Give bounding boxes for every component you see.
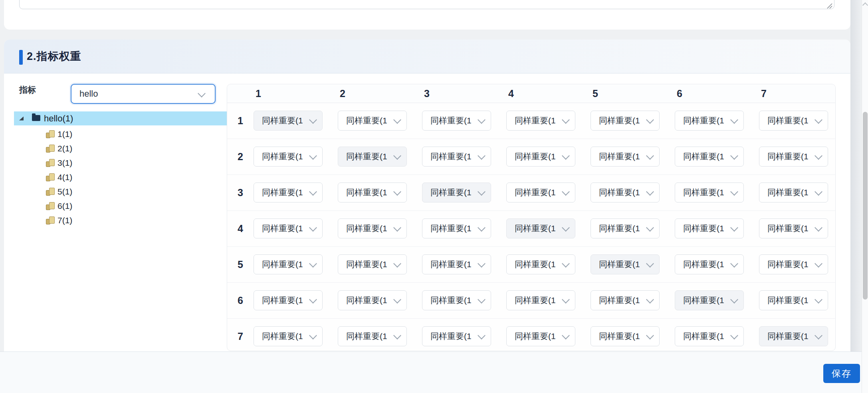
- matrix-cell-dropdown[interactable]: 同样重要(1: [338, 183, 407, 202]
- matrix-row: 6同样重要(1同样重要(1同样重要(1同样重要(1同样重要(1同样重要(1同样重…: [227, 282, 835, 318]
- matrix-cell-dropdown[interactable]: 同样重要(1: [254, 290, 323, 310]
- matrix-cell-value: 同样重要(1: [767, 295, 809, 306]
- matrix-cell-dropdown[interactable]: 同样重要(1: [254, 147, 323, 167]
- matrix-cell-value: 同样重要(1: [599, 151, 640, 162]
- tree-item[interactable]: 4(1): [4, 170, 228, 185]
- matrix-cell-dropdown[interactable]: 同样重要(1: [506, 326, 575, 346]
- matrix-cell-dropdown[interactable]: 同样重要(1: [759, 218, 828, 238]
- matrix-cell-dropdown[interactable]: 同样重要(1: [338, 111, 407, 131]
- tree-item[interactable]: 5(1): [4, 185, 228, 199]
- matrix-cell-dropdown: 同样重要(1: [759, 326, 828, 346]
- matrix-cell-value: 同样重要(1: [515, 295, 556, 306]
- chevron-down-icon: [309, 224, 317, 232]
- matrix-cell-dropdown[interactable]: 同样重要(1: [759, 111, 828, 131]
- matrix-cell-dropdown[interactable]: 同样重要(1: [254, 183, 323, 202]
- matrix-cell-dropdown[interactable]: 同样重要(1: [675, 111, 744, 131]
- save-button[interactable]: 保存: [823, 364, 860, 383]
- chevron-down-icon: [393, 188, 401, 196]
- matrix-cell-dropdown[interactable]: 同样重要(1: [591, 290, 660, 310]
- matrix-cell-dropdown[interactable]: 同样重要(1: [759, 290, 828, 310]
- tree-item[interactable]: 2(1): [4, 141, 228, 156]
- matrix-cell-value: 同样重要(1: [515, 223, 556, 234]
- vertical-scrollbar[interactable]: [862, 0, 868, 393]
- matrix-cell-value: 同样重要(1: [515, 331, 556, 342]
- chevron-down-icon: [814, 260, 822, 268]
- matrix-cell-dropdown[interactable]: 同样重要(1: [254, 326, 323, 346]
- matrix-cell-dropdown[interactable]: 同样重要(1: [338, 290, 407, 310]
- chevron-down-icon: [309, 260, 317, 268]
- top-textarea[interactable]: [19, 0, 834, 9]
- matrix-cell-dropdown[interactable]: 同样重要(1: [675, 147, 744, 167]
- matrix-cell-dropdown[interactable]: 同样重要(1: [506, 183, 575, 202]
- matrix-cell-dropdown[interactable]: 同样重要(1: [338, 326, 407, 346]
- matrix-cell-dropdown[interactable]: 同样重要(1: [506, 254, 575, 274]
- matrix-cell-value: 同样重要(1: [430, 115, 472, 126]
- matrix-cell-dropdown[interactable]: 同样重要(1: [675, 183, 744, 202]
- tree-item-label: 7(1): [57, 216, 72, 225]
- matrix-cell-dropdown[interactable]: 同样重要(1: [591, 218, 660, 238]
- matrix-cell-dropdown[interactable]: 同样重要(1: [338, 254, 407, 274]
- tree-item[interactable]: 7(1): [4, 213, 228, 228]
- chevron-down-icon: [646, 188, 654, 196]
- matrix-cell-value: 同样重要(1: [515, 187, 556, 198]
- matrix-cell-dropdown[interactable]: 同样重要(1: [422, 218, 491, 238]
- tree-item-root[interactable]: hello(1): [14, 111, 231, 125]
- matrix-cell-value: 同样重要(1: [346, 223, 387, 234]
- scroll-up-icon[interactable]: [862, 2, 868, 8]
- caret-expanded-icon[interactable]: [19, 117, 24, 121]
- chevron-down-icon: [562, 224, 570, 232]
- matrix-cell-dropdown[interactable]: 同样重要(1: [422, 147, 491, 167]
- matrix-cell-dropdown[interactable]: 同样重要(1: [338, 218, 407, 238]
- matrix-cell-value: 同样重要(1: [599, 115, 640, 126]
- tree-item-label: 1(1): [57, 129, 72, 139]
- matrix-cell-dropdown[interactable]: 同样重要(1: [254, 254, 323, 274]
- matrix-cell-dropdown[interactable]: 同样重要(1: [591, 111, 660, 131]
- matrix-cell-value: 同样重要(1: [262, 331, 303, 342]
- matrix-cell-dropdown[interactable]: 同样重要(1: [759, 147, 828, 167]
- matrix-cell-value: 同样重要(1: [346, 187, 387, 198]
- matrix-cell-dropdown[interactable]: 同样重要(1: [591, 326, 660, 346]
- matrix-cell-dropdown[interactable]: 同样重要(1: [422, 111, 491, 131]
- matrix-row-header: 3: [227, 175, 254, 210]
- chevron-down-icon: [309, 188, 317, 196]
- matrix-cell-dropdown[interactable]: 同样重要(1: [506, 111, 575, 131]
- chevron-down-icon: [730, 188, 738, 196]
- tree-item[interactable]: 3(1): [4, 156, 228, 170]
- matrix-header-row: 1234567: [227, 84, 835, 103]
- matrix-cell-dropdown[interactable]: 同样重要(1: [422, 326, 491, 346]
- resize-grip-icon[interactable]: [826, 3, 833, 9]
- matrix-cell-value: 同样重要(1: [767, 115, 809, 126]
- matrix-cell-dropdown[interactable]: 同样重要(1: [759, 254, 828, 274]
- matrix-cell-dropdown[interactable]: 同样重要(1: [506, 290, 575, 310]
- matrix-cell-dropdown[interactable]: 同样重要(1: [675, 326, 744, 346]
- chevron-down-icon: [562, 152, 570, 160]
- tree-children: 1(1)2(1)3(1)4(1)5(1)6(1)7(1): [4, 127, 228, 228]
- matrix-cell-dropdown[interactable]: 同样重要(1: [506, 147, 575, 167]
- chevron-down-icon: [562, 331, 570, 339]
- chevron-down-icon: [478, 152, 486, 160]
- matrix-cell-dropdown: 同样重要(1: [338, 147, 407, 167]
- indicator-select[interactable]: hello: [71, 84, 216, 104]
- chevron-down-icon: [309, 152, 317, 160]
- matrix-cell-dropdown[interactable]: 同样重要(1: [422, 290, 491, 310]
- folder-icon: [46, 145, 55, 153]
- matrix-column-header: 6: [677, 84, 682, 103]
- tree-item[interactable]: 6(1): [4, 199, 228, 213]
- matrix-cell-value: 同样重要(1: [767, 223, 809, 234]
- matrix-row: 5同样重要(1同样重要(1同样重要(1同样重要(1同样重要(1同样重要(1同样重…: [227, 246, 835, 282]
- matrix-cell-dropdown[interactable]: 同样重要(1: [591, 147, 660, 167]
- matrix-row: 7同样重要(1同样重要(1同样重要(1同样重要(1同样重要(1同样重要(1同样重…: [227, 318, 835, 351]
- matrix-row: 3同样重要(1同样重要(1同样重要(1同样重要(1同样重要(1同样重要(1同样重…: [227, 175, 835, 210]
- scrollbar-thumb[interactable]: [863, 112, 868, 300]
- matrix-cell-dropdown[interactable]: 同样重要(1: [675, 218, 744, 238]
- matrix-cell-dropdown[interactable]: 同样重要(1: [591, 183, 660, 202]
- matrix-cell-dropdown[interactable]: 同样重要(1: [422, 254, 491, 274]
- matrix-cell-dropdown[interactable]: 同样重要(1: [675, 254, 744, 274]
- matrix-cell-value: 同样重要(1: [599, 187, 640, 198]
- chevron-down-icon: [478, 116, 486, 124]
- matrix-cell-dropdown[interactable]: 同样重要(1: [254, 218, 323, 238]
- chevron-down-icon: [393, 296, 401, 304]
- matrix-cell-dropdown[interactable]: 同样重要(1: [759, 183, 828, 202]
- matrix-cell-value: 同样重要(1: [683, 151, 724, 162]
- tree-item[interactable]: 1(1): [4, 127, 228, 141]
